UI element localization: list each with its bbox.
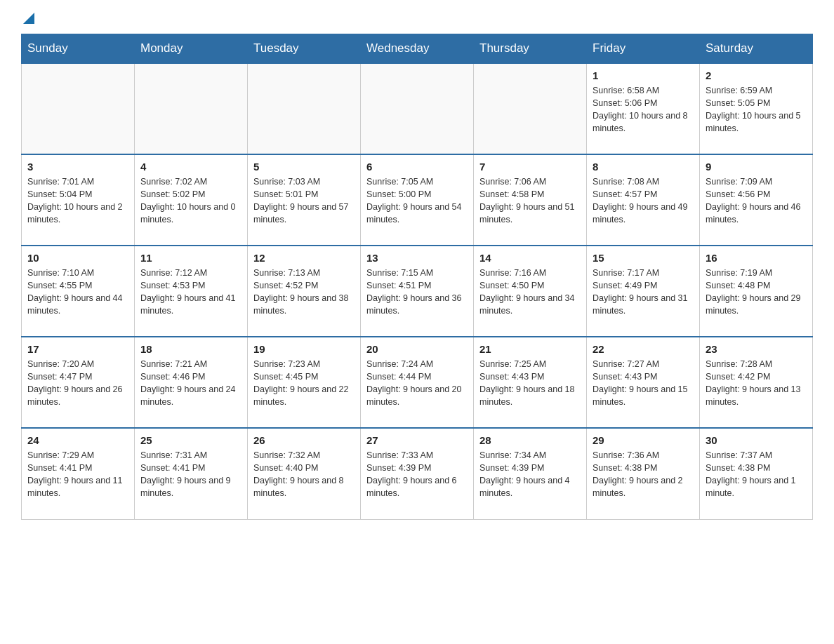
day-info: Sunrise: 7:23 AMSunset: 4:45 PMDaylight:…	[253, 358, 355, 409]
table-cell: 15Sunrise: 7:17 AMSunset: 4:49 PMDayligh…	[587, 246, 700, 337]
table-cell	[474, 63, 587, 154]
day-info: Sunrise: 7:27 AMSunset: 4:43 PMDaylight:…	[593, 358, 694, 409]
day-info: Sunrise: 7:09 AMSunset: 4:56 PMDaylight:…	[706, 175, 807, 227]
day-number: 8	[593, 161, 694, 173]
table-cell: 17Sunrise: 7:20 AMSunset: 4:47 PMDayligh…	[22, 337, 135, 428]
day-number: 9	[706, 161, 807, 173]
table-cell	[361, 63, 474, 154]
page-header	[21, 14, 813, 20]
table-cell: 16Sunrise: 7:19 AMSunset: 4:48 PMDayligh…	[700, 246, 813, 337]
day-info: Sunrise: 7:15 AMSunset: 4:51 PMDaylight:…	[366, 267, 468, 318]
table-cell: 29Sunrise: 7:36 AMSunset: 4:38 PMDayligh…	[587, 428, 700, 519]
week-row-2: 3Sunrise: 7:01 AMSunset: 5:04 PMDaylight…	[22, 154, 813, 246]
day-number: 22	[593, 343, 694, 355]
day-info: Sunrise: 7:12 AMSunset: 4:53 PMDaylight:…	[140, 267, 241, 318]
table-cell: 10Sunrise: 7:10 AMSunset: 4:55 PMDayligh…	[22, 246, 135, 337]
day-info: Sunrise: 7:10 AMSunset: 4:55 PMDaylight:…	[27, 267, 128, 318]
col-saturday: Saturday	[700, 34, 813, 64]
day-number: 21	[479, 343, 581, 355]
day-info: Sunrise: 7:37 AMSunset: 4:38 PMDaylight:…	[706, 449, 807, 500]
day-info: Sunrise: 7:19 AMSunset: 4:48 PMDaylight:…	[706, 267, 807, 318]
day-info: Sunrise: 7:32 AMSunset: 4:40 PMDaylight:…	[253, 449, 355, 500]
header-row: Sunday Monday Tuesday Wednesday Thursday…	[22, 34, 813, 64]
table-cell: 2Sunrise: 6:59 AMSunset: 5:05 PMDaylight…	[700, 63, 813, 154]
table-cell: 22Sunrise: 7:27 AMSunset: 4:43 PMDayligh…	[587, 337, 700, 428]
table-cell: 25Sunrise: 7:31 AMSunset: 4:41 PMDayligh…	[135, 428, 248, 519]
day-info: Sunrise: 7:13 AMSunset: 4:52 PMDaylight:…	[253, 267, 355, 318]
week-row-3: 10Sunrise: 7:10 AMSunset: 4:55 PMDayligh…	[22, 246, 813, 337]
day-number: 25	[140, 434, 241, 446]
table-cell: 18Sunrise: 7:21 AMSunset: 4:46 PMDayligh…	[135, 337, 248, 428]
day-info: Sunrise: 7:31 AMSunset: 4:41 PMDaylight:…	[140, 449, 241, 500]
day-number: 3	[27, 161, 128, 173]
table-cell: 13Sunrise: 7:15 AMSunset: 4:51 PMDayligh…	[361, 246, 474, 337]
week-row-4: 17Sunrise: 7:20 AMSunset: 4:47 PMDayligh…	[22, 337, 813, 428]
day-number: 5	[253, 161, 355, 173]
table-cell: 19Sunrise: 7:23 AMSunset: 4:45 PMDayligh…	[248, 337, 361, 428]
table-cell: 7Sunrise: 7:06 AMSunset: 4:58 PMDaylight…	[474, 154, 587, 246]
table-cell: 24Sunrise: 7:29 AMSunset: 4:41 PMDayligh…	[22, 428, 135, 519]
table-cell: 9Sunrise: 7:09 AMSunset: 4:56 PMDaylight…	[700, 154, 813, 246]
day-number: 24	[27, 434, 128, 446]
col-thursday: Thursday	[474, 34, 587, 64]
day-number: 18	[140, 343, 241, 355]
day-info: Sunrise: 7:06 AMSunset: 4:58 PMDaylight:…	[479, 175, 581, 227]
col-wednesday: Wednesday	[361, 34, 474, 64]
day-number: 27	[366, 434, 468, 446]
table-cell: 11Sunrise: 7:12 AMSunset: 4:53 PMDayligh…	[135, 246, 248, 337]
day-number: 17	[27, 343, 128, 355]
day-number: 23	[706, 343, 807, 355]
week-row-1: 1Sunrise: 6:58 AMSunset: 5:06 PMDaylight…	[22, 63, 813, 154]
logo	[21, 14, 34, 20]
table-cell: 5Sunrise: 7:03 AMSunset: 5:01 PMDaylight…	[248, 154, 361, 246]
day-info: Sunrise: 6:58 AMSunset: 5:06 PMDaylight:…	[593, 84, 694, 135]
day-number: 7	[479, 161, 581, 173]
day-number: 13	[366, 252, 468, 264]
day-number: 4	[140, 161, 241, 173]
day-number: 14	[479, 252, 581, 264]
table-cell	[135, 63, 248, 154]
day-number: 30	[706, 434, 807, 446]
day-info: Sunrise: 7:36 AMSunset: 4:38 PMDaylight:…	[593, 449, 694, 500]
day-number: 20	[366, 343, 468, 355]
day-info: Sunrise: 7:21 AMSunset: 4:46 PMDaylight:…	[140, 358, 241, 409]
day-number: 29	[593, 434, 694, 446]
day-info: Sunrise: 7:02 AMSunset: 5:02 PMDaylight:…	[140, 175, 241, 227]
day-info: Sunrise: 7:33 AMSunset: 4:39 PMDaylight:…	[366, 449, 468, 500]
day-number: 11	[140, 252, 241, 264]
logo-arrow-icon	[23, 13, 34, 24]
day-number: 26	[253, 434, 355, 446]
day-info: Sunrise: 6:59 AMSunset: 5:05 PMDaylight:…	[706, 84, 807, 135]
day-number: 16	[706, 252, 807, 264]
table-cell: 23Sunrise: 7:28 AMSunset: 4:42 PMDayligh…	[700, 337, 813, 428]
calendar-table: Sunday Monday Tuesday Wednesday Thursday…	[21, 34, 813, 520]
table-cell: 21Sunrise: 7:25 AMSunset: 4:43 PMDayligh…	[474, 337, 587, 428]
day-number: 15	[593, 252, 694, 264]
table-cell: 28Sunrise: 7:34 AMSunset: 4:39 PMDayligh…	[474, 428, 587, 519]
day-number: 6	[366, 161, 468, 173]
table-cell: 14Sunrise: 7:16 AMSunset: 4:50 PMDayligh…	[474, 246, 587, 337]
day-info: Sunrise: 7:34 AMSunset: 4:39 PMDaylight:…	[479, 449, 581, 500]
day-number: 10	[27, 252, 128, 264]
table-cell: 3Sunrise: 7:01 AMSunset: 5:04 PMDaylight…	[22, 154, 135, 246]
col-sunday: Sunday	[22, 34, 135, 64]
table-cell	[248, 63, 361, 154]
col-monday: Monday	[135, 34, 248, 64]
table-cell: 12Sunrise: 7:13 AMSunset: 4:52 PMDayligh…	[248, 246, 361, 337]
table-cell: 8Sunrise: 7:08 AMSunset: 4:57 PMDaylight…	[587, 154, 700, 246]
day-info: Sunrise: 7:03 AMSunset: 5:01 PMDaylight:…	[253, 175, 355, 227]
day-number: 2	[706, 69, 807, 81]
table-cell: 4Sunrise: 7:02 AMSunset: 5:02 PMDaylight…	[135, 154, 248, 246]
week-row-5: 24Sunrise: 7:29 AMSunset: 4:41 PMDayligh…	[22, 428, 813, 519]
day-info: Sunrise: 7:05 AMSunset: 5:00 PMDaylight:…	[366, 175, 468, 227]
table-cell: 1Sunrise: 6:58 AMSunset: 5:06 PMDaylight…	[587, 63, 700, 154]
day-info: Sunrise: 7:29 AMSunset: 4:41 PMDaylight:…	[27, 449, 128, 500]
col-tuesday: Tuesday	[248, 34, 361, 64]
table-cell: 30Sunrise: 7:37 AMSunset: 4:38 PMDayligh…	[700, 428, 813, 519]
day-info: Sunrise: 7:24 AMSunset: 4:44 PMDaylight:…	[366, 358, 468, 409]
day-number: 28	[479, 434, 581, 446]
day-info: Sunrise: 7:01 AMSunset: 5:04 PMDaylight:…	[27, 175, 128, 227]
day-info: Sunrise: 7:17 AMSunset: 4:49 PMDaylight:…	[593, 267, 694, 318]
col-friday: Friday	[587, 34, 700, 64]
table-cell	[22, 63, 135, 154]
